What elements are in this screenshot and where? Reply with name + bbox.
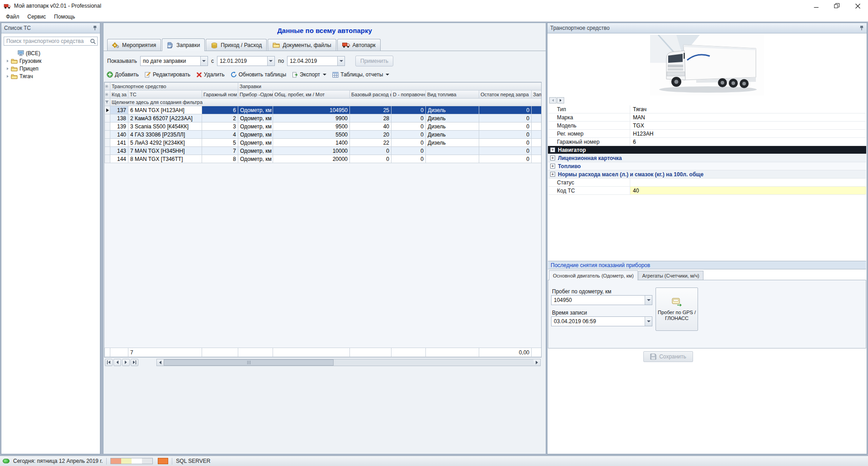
add-button[interactable]: Добавить bbox=[107, 71, 139, 78]
cell-rest-before[interactable]: 0 bbox=[479, 147, 532, 155]
first-record-button[interactable] bbox=[105, 359, 113, 366]
odometer-combo[interactable] bbox=[551, 295, 652, 305]
cell-code[interactable]: 140 bbox=[110, 131, 128, 139]
refresh-tables-button[interactable]: Обновить таблицы bbox=[231, 71, 286, 78]
cell-d-correction[interactable]: 0 bbox=[392, 122, 426, 131]
cell-zapr[interactable] bbox=[532, 155, 542, 163]
expand-plus-icon[interactable] bbox=[550, 147, 555, 152]
cell-garage[interactable]: 8 bbox=[202, 155, 238, 163]
cell-base-rate[interactable]: 0 bbox=[350, 147, 392, 155]
date-to-picker[interactable] bbox=[287, 56, 345, 66]
cell-rest-before[interactable]: 0 bbox=[479, 139, 532, 147]
cell-zapr[interactable] bbox=[532, 147, 542, 155]
dropdown-button[interactable] bbox=[645, 296, 652, 305]
gps-mileage-button[interactable]: Пробег по GPS / ГЛОНАСС bbox=[656, 287, 698, 331]
scrollbar-track[interactable] bbox=[164, 359, 533, 366]
column-header-garage[interactable]: Гаражный ном bbox=[202, 90, 238, 99]
property-row[interactable]: Модель TGX bbox=[548, 122, 866, 130]
show-filter-value[interactable] bbox=[141, 56, 200, 66]
record-time-input[interactable] bbox=[552, 317, 645, 326]
cell-vehicle[interactable]: 5 ЛиАЗ 4292 [К234КК] bbox=[128, 139, 202, 147]
dropdown-button[interactable] bbox=[267, 56, 274, 66]
cell-base-rate[interactable]: 20 bbox=[350, 131, 392, 139]
tab-aggregates-counters[interactable]: Агрегаты (Счетчики, м/ч) bbox=[638, 271, 703, 280]
cell-code[interactable]: 141 bbox=[110, 139, 128, 147]
table-row[interactable]: 144 8 MAN TGX [Т346ТТ] 8 Одометр, км 200… bbox=[105, 155, 542, 163]
tab-main-engine-odometer[interactable]: Основной двигатель (Одометр, км) bbox=[549, 270, 638, 280]
property-group-row[interactable]: Топливо bbox=[548, 162, 866, 170]
previous-record-button[interactable] bbox=[113, 359, 121, 366]
previous-photo-button[interactable] bbox=[549, 97, 557, 104]
cell-d-correction[interactable]: 0 bbox=[392, 147, 426, 155]
cell-garage[interactable]: 6 bbox=[202, 106, 238, 114]
odometer-input[interactable] bbox=[552, 296, 645, 305]
cell-mileage[interactable]: 9500 bbox=[273, 122, 350, 131]
menu-item-help[interactable]: Помощь bbox=[50, 13, 79, 21]
cell-rest-before[interactable]: 0 bbox=[479, 131, 532, 139]
cell-fuel-type[interactable] bbox=[426, 155, 479, 163]
dropdown-button[interactable] bbox=[645, 317, 652, 326]
cell-rest-before[interactable]: 0 bbox=[479, 106, 532, 114]
cell-mileage[interactable]: 10000 bbox=[273, 147, 350, 155]
cell-base-rate[interactable]: 40 bbox=[350, 122, 392, 131]
skin-swatch-orange[interactable] bbox=[158, 458, 168, 464]
menu-item-service[interactable]: Сервис bbox=[24, 13, 50, 21]
cell-base-rate[interactable]: 28 bbox=[350, 114, 392, 122]
filter-row[interactable]: Щелкните здесь для создания фильтра bbox=[110, 99, 542, 106]
column-header-rest-before[interactable]: Остаток перед запра bbox=[479, 90, 532, 99]
property-row[interactable]: Рег. номер Н123АН bbox=[548, 130, 866, 138]
property-row[interactable]: Тип Тягач bbox=[548, 105, 866, 113]
cell-device[interactable]: Одометр, км bbox=[238, 114, 273, 122]
tab-documents-files[interactable]: Документы, файлы bbox=[268, 39, 336, 51]
column-group-vehicle[interactable]: Транспортное средство bbox=[110, 83, 238, 90]
cell-garage[interactable]: 2 bbox=[202, 114, 238, 122]
cell-garage[interactable]: 4 bbox=[202, 131, 238, 139]
scrollbar-thumb[interactable] bbox=[164, 359, 334, 366]
tables-reports-button[interactable]: Таблицы, отчеты bbox=[332, 71, 389, 78]
cell-base-rate[interactable]: 22 bbox=[350, 139, 392, 147]
cell-mileage[interactable]: 20000 bbox=[273, 155, 350, 163]
dropdown-button[interactable] bbox=[200, 56, 208, 66]
table-row[interactable]: 140 4 ГАЗ 33086 [Р235ЛЛ] 4 Одометр, км 5… bbox=[105, 131, 542, 139]
property-row[interactable]: Статус bbox=[548, 179, 866, 187]
last-record-button[interactable] bbox=[131, 359, 138, 366]
column-group-refuels[interactable]: Заправки bbox=[238, 83, 542, 90]
cell-fuel-type[interactable] bbox=[426, 147, 479, 155]
cell-vehicle[interactable]: 6 MAN TGX [Н123АН] bbox=[128, 106, 202, 114]
date-to-input[interactable] bbox=[288, 56, 337, 66]
cell-device[interactable]: Одометр, км bbox=[238, 106, 273, 114]
cell-d-correction[interactable]: 0 bbox=[392, 114, 426, 122]
expand-plus-icon[interactable] bbox=[550, 155, 555, 160]
next-photo-button[interactable] bbox=[557, 97, 564, 104]
minimize-button[interactable] bbox=[806, 0, 826, 12]
skin-palette[interactable] bbox=[110, 458, 153, 464]
cell-zapr[interactable] bbox=[532, 106, 542, 114]
table-row[interactable]: 139 3 Scania S500 [К454КК] 3 Одометр, км… bbox=[105, 122, 542, 131]
column-header-zapr[interactable]: Запр bbox=[532, 90, 542, 99]
cell-garage[interactable]: 3 bbox=[202, 122, 238, 131]
cell-d-correction[interactable]: 0 bbox=[392, 131, 426, 139]
tab-autopark[interactable]: Автопарк bbox=[337, 39, 381, 51]
close-button[interactable] bbox=[847, 0, 868, 12]
dropdown-button[interactable] bbox=[337, 56, 344, 66]
cell-mileage[interactable]: 5500 bbox=[273, 131, 350, 139]
cell-device[interactable]: Одометр, км bbox=[238, 122, 273, 131]
cell-d-correction[interactable]: 0 bbox=[392, 139, 426, 147]
cell-fuel-type[interactable]: Дизель bbox=[426, 114, 479, 122]
column-header-device[interactable]: Прибор -Одометр, км bbox=[238, 90, 273, 99]
tab-refuelings[interactable]: Заправки bbox=[162, 38, 205, 51]
cell-device[interactable]: Одометр, км bbox=[238, 131, 273, 139]
cell-d-correction[interactable]: 0 bbox=[392, 155, 426, 163]
tree-item[interactable]: Тягач bbox=[2, 72, 99, 80]
export-button[interactable]: Экспорт bbox=[292, 71, 326, 78]
cell-vehicle[interactable]: 2 КамАЗ 65207 [А223АА] bbox=[128, 114, 202, 122]
expand-arrow-icon[interactable] bbox=[7, 60, 9, 62]
column-header-vehicle[interactable]: ТС bbox=[128, 90, 202, 99]
show-filter-select[interactable] bbox=[140, 56, 208, 66]
cell-device[interactable]: Одометр, км bbox=[238, 155, 273, 163]
cell-code[interactable]: 143 bbox=[110, 147, 128, 155]
cell-mileage[interactable]: 104950 bbox=[273, 106, 350, 114]
expand-arrow-icon[interactable] bbox=[7, 75, 9, 78]
property-row[interactable]: Гаражный номер 6 bbox=[548, 138, 866, 146]
cell-fuel-type[interactable]: Дизель bbox=[426, 131, 479, 139]
